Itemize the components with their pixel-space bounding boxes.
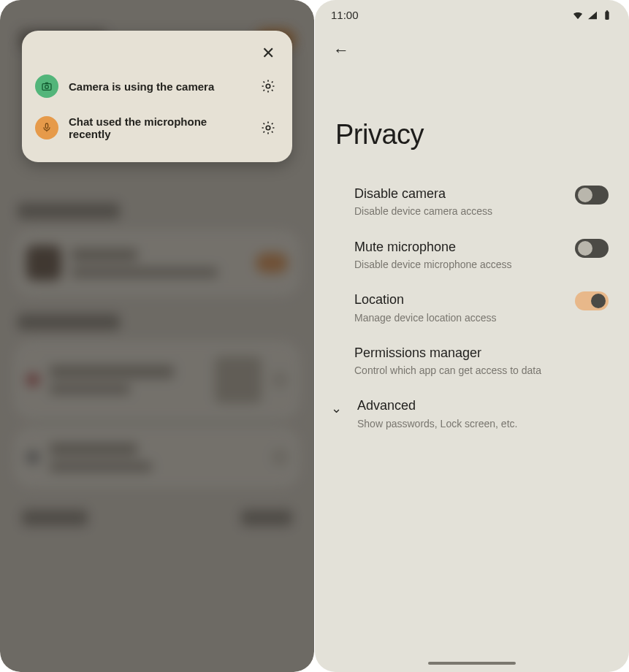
wifi-icon: [572, 9, 584, 21]
status-bar: 11:00: [315, 0, 629, 26]
popup-close-button[interactable]: ✕: [256, 41, 281, 66]
location-toggle[interactable]: [575, 291, 609, 310]
svg-rect-3: [45, 123, 47, 129]
svg-rect-0: [42, 84, 51, 91]
setting-subtitle: Show passwords, Lock screen, etc.: [357, 417, 609, 430]
home-indicator[interactable]: [428, 662, 516, 665]
chevron-down-icon: ⌄: [331, 397, 344, 416]
setting-permissions-manager[interactable]: Permissions manager Control which app ca…: [354, 345, 609, 378]
svg-rect-6: [606, 10, 609, 12]
setting-title: Disable camera: [354, 186, 562, 202]
back-arrow-icon: ←: [333, 41, 349, 60]
setting-subtitle: Disable device camera access: [354, 205, 562, 218]
svg-point-4: [266, 126, 270, 130]
setting-subtitle: Disable device microphone access: [354, 258, 562, 271]
svg-point-1: [45, 85, 49, 89]
setting-subtitle: Control which app can get access to data: [354, 364, 609, 377]
microphone-toggle[interactable]: [575, 239, 609, 258]
camera-settings-button[interactable]: [257, 75, 279, 97]
setting-title: Permissions manager: [354, 345, 609, 362]
setting-title: Location: [354, 291, 562, 308]
signal-icon: [587, 9, 598, 21]
gear-icon: [260, 120, 276, 136]
camera-toggle[interactable]: [575, 186, 609, 205]
setting-advanced[interactable]: ⌄ Advanced Show passwords, Lock screen, …: [315, 397, 629, 430]
setting-location[interactable]: Location Manage device location access: [354, 291, 609, 324]
left-phone: ✕ Camera is using the camera: [0, 0, 314, 672]
svg-point-2: [266, 84, 270, 88]
status-time: 11:00: [331, 9, 359, 21]
setting-disable-camera[interactable]: Disable camera Disable device camera acc…: [354, 186, 609, 218]
popup-item-camera[interactable]: Camera is using the camera: [34, 66, 281, 107]
camera-icon: [35, 75, 58, 98]
popup-mic-text: Chat used the microphone recently: [69, 115, 247, 140]
popup-item-microphone[interactable]: Chat used the microphone recently: [34, 107, 281, 149]
svg-rect-5: [605, 11, 609, 19]
mic-settings-button[interactable]: [257, 117, 279, 139]
microphone-icon: [35, 116, 58, 140]
popup-camera-text: Camera is using the camera: [69, 80, 247, 93]
privacy-indicator-popup: ✕ Camera is using the camera: [22, 31, 292, 162]
setting-title: Mute microphone: [354, 239, 562, 256]
page-title: Privacy: [315, 75, 629, 186]
close-icon: ✕: [262, 44, 275, 63]
setting-subtitle: Manage device location access: [354, 311, 562, 324]
right-phone: 11:00 ← Privacy Disable camera Disable d…: [315, 0, 629, 672]
gear-icon: [260, 78, 276, 94]
battery-icon: [601, 9, 613, 21]
back-button[interactable]: ←: [329, 39, 353, 62]
settings-list: Disable camera Disable device camera acc…: [315, 186, 629, 377]
setting-title: Advanced: [357, 397, 609, 414]
setting-mute-microphone[interactable]: Mute microphone Disable device microphon…: [354, 239, 609, 272]
